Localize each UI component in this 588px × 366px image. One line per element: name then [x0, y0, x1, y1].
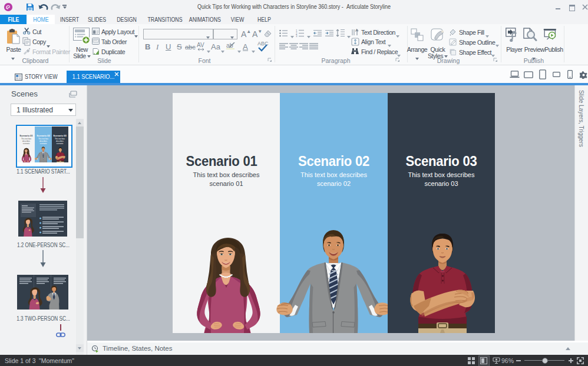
svg-text:A: A: [355, 28, 358, 32]
svg-text:3: 3: [296, 35, 298, 37]
